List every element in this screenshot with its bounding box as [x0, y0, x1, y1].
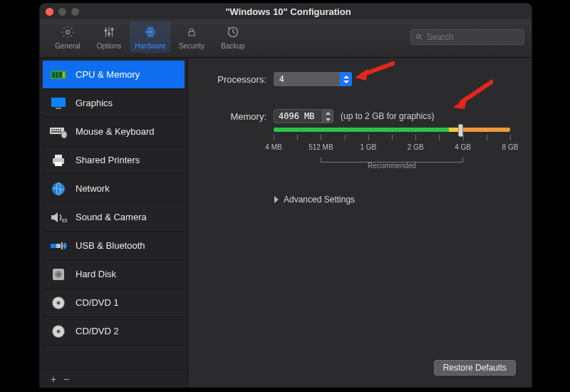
svg-rect-38 — [55, 162, 62, 166]
sidebar-item-cddvd-1[interactable]: CD/DVD 1 — [43, 289, 185, 317]
sidebar-item-label: CD/DVD 1 — [76, 297, 119, 308]
backup-icon — [226, 24, 240, 40]
svg-rect-17 — [189, 31, 195, 36]
sidebar-item-label: Hard Disk — [76, 269, 116, 279]
sliders-icon — [103, 24, 115, 40]
svg-point-35 — [61, 131, 67, 138]
svg-rect-42 — [51, 244, 56, 248]
svg-point-55 — [58, 331, 59, 332]
slider-ticks — [274, 135, 510, 142]
sidebar-item-label: CD/DVD 2 — [76, 326, 119, 336]
sidebar-add-remove: + − — [43, 370, 187, 387]
svg-rect-44 — [61, 242, 63, 249]
svg-point-0 — [66, 30, 70, 33]
processors-label: Processors: — [204, 74, 266, 85]
titlebar: "Windows 10" Configuration — [40, 4, 532, 19]
memory-label: Memory: — [204, 111, 266, 122]
sidebar: CPU & Memory Graphics Mouse & Keyboard S… — [40, 58, 188, 387]
svg-rect-22 — [52, 72, 55, 78]
svg-point-51 — [58, 302, 59, 304]
svg-rect-27 — [56, 108, 61, 109]
sidebar-item-label: Sound & Camera — [76, 212, 147, 222]
svg-point-6 — [111, 28, 113, 30]
lock-icon — [186, 24, 197, 40]
svg-point-41 — [63, 220, 66, 222]
svg-rect-25 — [63, 72, 65, 78]
globe-icon — [48, 180, 68, 197]
processors-select[interactable]: 4 — [274, 72, 352, 86]
sidebar-item-label: Graphics — [76, 98, 113, 108]
tab-backup[interactable]: Backup — [212, 21, 254, 53]
svg-line-20 — [420, 38, 422, 39]
svg-rect-37 — [55, 155, 62, 158]
keyboard-icon — [48, 123, 68, 140]
monitor-icon — [48, 95, 68, 112]
svg-rect-23 — [56, 72, 58, 78]
remove-button[interactable]: − — [60, 373, 73, 385]
window-title: "Windows 10" Configuration — [51, 6, 526, 17]
search-icon — [415, 33, 423, 41]
chip-icon — [142, 24, 158, 40]
memory-slider[interactable]: 4 MB 512 MB 1 GB 2 GB 4 GB 8 GB Recommen… — [274, 128, 510, 167]
tab-options[interactable]: Options — [88, 21, 130, 53]
sidebar-item-cddvd-2[interactable]: CD/DVD 2 — [43, 317, 185, 346]
svg-rect-32 — [58, 129, 59, 130]
sidebar-item-hard-disk[interactable]: Hard Disk — [43, 260, 185, 289]
main-panel: Processors: 4 Memory: 4096 MB — [188, 58, 532, 387]
restore-defaults-button[interactable]: Restore Defaults — [434, 360, 516, 376]
sidebar-item-label: Network — [76, 183, 110, 194]
svg-rect-26 — [51, 98, 66, 107]
svg-rect-29 — [51, 129, 53, 130]
svg-point-19 — [417, 34, 420, 38]
slider-labels: 4 MB 512 MB 1 GB 2 GB 4 GB 8 GB — [274, 143, 510, 152]
svg-rect-8 — [149, 31, 151, 33]
sidebar-item-graphics[interactable]: Graphics — [43, 89, 185, 118]
recommended-range: Recommended — [274, 158, 510, 167]
tab-general[interactable]: General — [47, 21, 88, 53]
select-arrows-icon — [340, 72, 352, 86]
svg-rect-43 — [56, 244, 61, 248]
config-window: "Windows 10" Configuration General Optio… — [39, 3, 532, 388]
sidebar-item-shared-printers[interactable]: Shared Printers — [43, 146, 185, 175]
gear-icon — [61, 24, 75, 40]
speaker-icon — [48, 209, 68, 226]
svg-rect-34 — [51, 131, 61, 133]
disc-icon — [48, 323, 68, 340]
cpu-icon — [48, 66, 68, 83]
add-button[interactable]: + — [47, 373, 60, 385]
memory-stepper[interactable]: 4096 MB — [274, 109, 333, 123]
memory-value: 4096 MB — [274, 111, 322, 121]
svg-point-5 — [108, 32, 110, 34]
svg-rect-31 — [56, 129, 57, 130]
toolbar: General Options Hardware Security Backup — [40, 19, 532, 58]
sidebar-item-cpu-memory[interactable]: CPU & Memory — [43, 61, 185, 89]
processors-value: 4 — [274, 74, 340, 84]
stepper-arrows-icon — [322, 110, 333, 123]
advanced-settings-toggle[interactable]: Advanced Settings — [274, 195, 516, 205]
printer-icon — [48, 152, 68, 169]
body: CPU & Memory Graphics Mouse & Keyboard S… — [40, 58, 532, 387]
search-input[interactable] — [427, 32, 519, 42]
disc-icon — [48, 294, 68, 311]
svg-rect-24 — [59, 72, 62, 78]
chevron-right-icon — [274, 196, 279, 203]
sidebar-item-label: USB & Bluetooth — [76, 240, 145, 251]
svg-rect-30 — [53, 129, 55, 130]
sidebar-item-sound-camera[interactable]: Sound & Camera — [43, 203, 185, 232]
svg-rect-33 — [60, 129, 61, 130]
sidebar-item-network[interactable]: Network — [43, 175, 185, 203]
search-field[interactable] — [410, 29, 524, 45]
memory-hint: (up to 2 GB for graphics) — [341, 111, 434, 121]
svg-point-4 — [105, 29, 107, 31]
sidebar-item-label: CPU & Memory — [76, 69, 140, 80]
slider-track — [274, 128, 510, 132]
usb-icon — [48, 237, 68, 254]
sidebar-item-mouse-keyboard[interactable]: Mouse & Keyboard — [43, 118, 185, 146]
tab-hardware[interactable]: Hardware — [130, 21, 171, 53]
sidebar-item-usb-bluetooth[interactable]: USB & Bluetooth — [43, 232, 185, 260]
harddisk-icon — [48, 266, 68, 283]
tab-security[interactable]: Security — [171, 21, 212, 53]
svg-point-47 — [58, 273, 60, 275]
sidebar-item-label: Mouse & Keyboard — [76, 126, 155, 137]
sidebar-item-label: Shared Printers — [76, 155, 140, 165]
